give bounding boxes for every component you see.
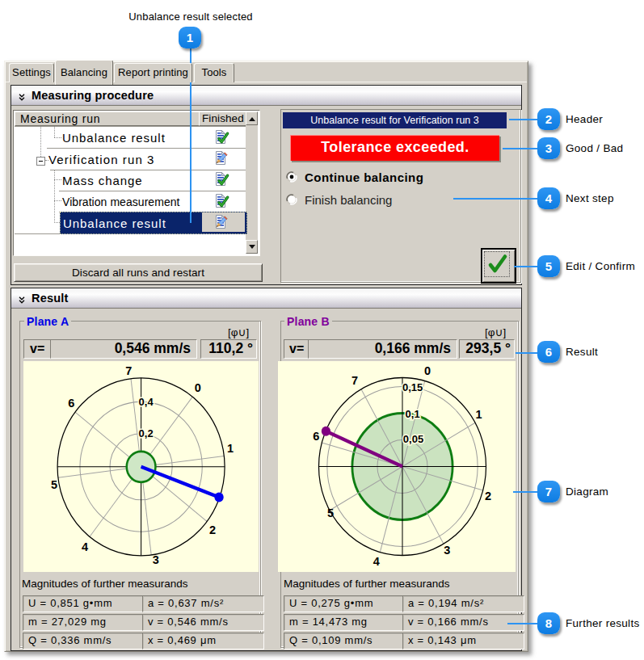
svg-text:6: 6 [68, 397, 74, 410]
svg-text:5: 5 [327, 507, 334, 519]
svg-text:7: 7 [125, 364, 132, 377]
svg-text:0,4: 0,4 [139, 396, 154, 408]
svg-text:0: 0 [195, 381, 201, 394]
svg-text:1: 1 [227, 442, 234, 455]
svg-text:4: 4 [82, 540, 88, 553]
svg-text:7: 7 [351, 374, 358, 387]
svg-text:0,2: 0,2 [139, 427, 154, 439]
svg-text:3: 3 [444, 544, 450, 557]
svg-text:3: 3 [153, 553, 159, 566]
svg-text:5: 5 [51, 478, 57, 491]
svg-text:0,05: 0,05 [403, 433, 423, 445]
svg-text:0,1: 0,1 [406, 408, 420, 420]
svg-text:4: 4 [373, 555, 380, 568]
svg-text:0,15: 0,15 [402, 381, 423, 393]
svg-text:6: 6 [313, 430, 319, 443]
svg-text:1: 1 [476, 408, 482, 421]
svg-text:2: 2 [485, 490, 491, 502]
svg-text:0: 0 [424, 364, 431, 377]
svg-text:2: 2 [209, 523, 216, 536]
